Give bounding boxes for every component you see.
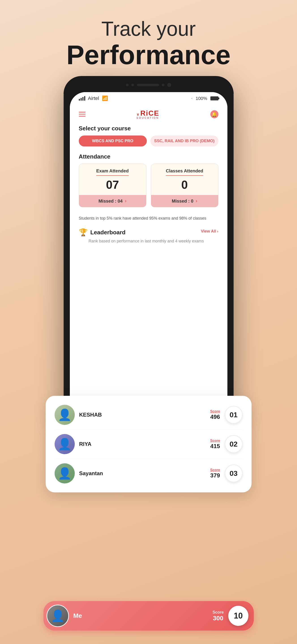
logo-text: RiCE: [140, 109, 159, 117]
sayantan-avatar: 👤: [55, 463, 75, 484]
keshab-avatar-icon: 👤: [58, 409, 72, 420]
exam-missed-label: Missed : 04: [99, 198, 123, 204]
sayantan-score-label: Score: [210, 468, 220, 472]
notch-dot-1: [126, 84, 129, 86]
me-score-label: Score: [212, 610, 224, 615]
course-section-label: Select your course: [79, 125, 218, 132]
attendance-info-text: Students in top 5% rank have attended 95…: [70, 212, 227, 226]
logo-sub: EDUCATION: [137, 116, 159, 119]
me-avatar: 👤: [47, 605, 69, 627]
exam-card-number: 07: [83, 178, 143, 192]
me-score-area: Score 300: [212, 610, 224, 622]
phone-notch: [64, 76, 234, 94]
view-all-arrow: ›: [217, 229, 218, 234]
sayantan-name: Sayantan: [79, 470, 210, 476]
keshab-score-area: Score 496: [210, 410, 220, 420]
classes-missed-label: Missed : 0: [172, 198, 193, 204]
leaderboard-header: 🏆 Leaderboard View All ›: [79, 228, 218, 236]
status-left: Airtel 📶: [79, 96, 108, 101]
classes-card-title: Classes Attended: [166, 168, 203, 176]
signal-icon: [79, 96, 85, 100]
hamburger-icon[interactable]: [79, 112, 86, 116]
exam-card-title: Exam Attended: [96, 168, 129, 176]
carrier-name: Airtel: [88, 96, 99, 101]
riya-rank: 02: [225, 435, 243, 453]
view-all-label: View All: [201, 229, 216, 234]
leaderboard-description: Rank based on performance in last monthl…: [79, 238, 218, 244]
exam-attendance-card: Exam Attended 07 Missed : 04 ›: [79, 164, 146, 207]
bluetooth-icon: ⋅: [191, 96, 192, 101]
leaderboard-title-area: 🏆 Leaderboard: [79, 228, 126, 236]
classes-attendance-card: Classes Attended 0 Missed : 0 ›: [151, 164, 218, 207]
attendance-section: Attendance Exam Attended 07 Missed : 04 …: [70, 151, 227, 212]
riya-score-area: Score 415: [210, 439, 220, 450]
phone-frame: Airtel 📶 ⋅ 100% ♛ RiC: [64, 76, 234, 425]
me-bar[interactable]: 👤 Me Score 300 10: [44, 601, 254, 630]
phone-screen: Airtel 📶 ⋅ 100% ♛ RiC: [70, 92, 227, 418]
hero-section: Track your Performance: [0, 0, 297, 78]
keshab-rank: 01: [225, 406, 243, 424]
leaderboard-row-1: 👤 KESHAB Score 496 01: [55, 400, 243, 430]
hero-performance-text: Performance: [0, 40, 297, 70]
app-content: ♛ RiCE EDUCATION 🔔 Select your course WB…: [70, 105, 227, 418]
riya-score-label: Score: [210, 439, 220, 443]
keshab-score-label: Score: [210, 410, 220, 414]
exam-card-missed[interactable]: Missed : 04 ›: [79, 195, 146, 207]
leaderboard-row-2: 👤 RIYA Score 415 02: [55, 430, 243, 459]
riya-name: RIYA: [79, 441, 210, 447]
leaderboard-card: 👤 KESHAB Score 496 01 👤 RIYA Score 415 0…: [46, 396, 251, 492]
attendance-label: Attendance: [79, 153, 218, 160]
battery-icon: [210, 96, 218, 100]
notch-camera: [167, 83, 171, 87]
sayantan-avatar-icon: 👤: [58, 468, 72, 479]
course-tabs: WBCS AND PSC PRO SSC, RAIL AND IB PRO (D…: [79, 136, 218, 146]
keshab-score-value: 496: [210, 414, 220, 420]
attendance-cards: Exam Attended 07 Missed : 04 › Classes A…: [79, 164, 218, 207]
sayantan-score-value: 379: [210, 472, 220, 479]
leaderboard-row-3: 👤 Sayantan Score 379 03: [55, 459, 243, 488]
leaderboard-section: 🏆 Leaderboard View All › Rank based on p…: [70, 226, 227, 248]
me-avatar-icon: 👤: [51, 610, 65, 622]
trophy-icon: 🏆: [79, 228, 88, 236]
sayantan-rank: 03: [225, 464, 243, 482]
me-rank: 10: [228, 606, 248, 626]
classes-card-missed[interactable]: Missed : 0 ›: [151, 195, 218, 207]
me-name: Me: [73, 612, 213, 620]
logo: ♛ RiCE EDUCATION: [137, 109, 159, 119]
hero-track-text: Track your: [0, 18, 297, 40]
view-all-button[interactable]: View All ›: [201, 229, 218, 234]
keshab-name: KESHAB: [79, 412, 210, 418]
notch-dot-2: [131, 84, 134, 86]
keshab-avatar: 👤: [55, 405, 75, 425]
notch-speaker: [137, 84, 159, 86]
classes-card-top: Classes Attended 0: [151, 164, 218, 195]
notch-dot-3: [162, 84, 164, 86]
riya-score-value: 415: [210, 443, 220, 450]
course-section: Select your course WBCS AND PSC PRO SSC,…: [70, 123, 227, 151]
app-header: ♛ RiCE EDUCATION 🔔: [70, 105, 227, 123]
wifi-icon: 📶: [102, 96, 108, 101]
battery-percent: 100%: [196, 96, 207, 101]
exam-card-top: Exam Attended 07: [79, 164, 146, 195]
me-score-value: 300: [213, 615, 223, 622]
leaderboard-title: Leaderboard: [90, 229, 126, 236]
status-bar: Airtel 📶 ⋅ 100%: [70, 92, 227, 105]
logo-area: ♛ RiCE EDUCATION: [137, 109, 159, 119]
status-right: ⋅ 100%: [191, 96, 218, 101]
bell-icon[interactable]: 🔔: [210, 110, 218, 118]
sayantan-score-area: Score 379: [210, 468, 220, 479]
riya-avatar-icon: 👤: [58, 438, 72, 450]
course-tab-ssc[interactable]: SSC, RAIL AND IB PRO (DEMO): [150, 136, 218, 146]
exam-missed-arrow: ›: [125, 198, 126, 204]
classes-card-number: 0: [155, 178, 215, 192]
classes-missed-arrow: ›: [196, 198, 197, 204]
battery-fill: [211, 97, 218, 100]
riya-avatar: 👤: [55, 434, 75, 454]
course-tab-wbcs[interactable]: WBCS AND PSC PRO: [79, 136, 147, 146]
